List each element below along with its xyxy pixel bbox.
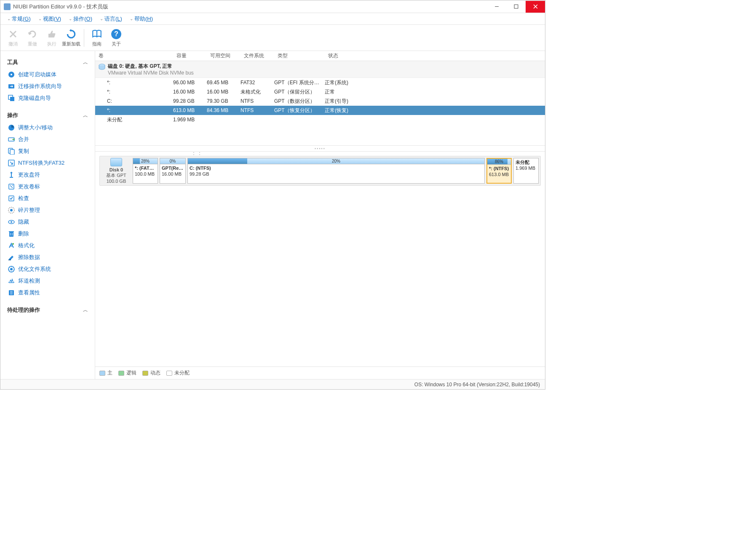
legend-logical: 逻辑: [118, 369, 136, 377]
volume-row[interactable]: *:16.00 MB16.00 MB未格式化GPT（保留分区）正常: [95, 87, 545, 96]
sidebar-header-ops[interactable]: 操作︿: [7, 109, 88, 122]
svg-point-21: [10, 209, 13, 211]
sidebar-item-format[interactable]: 格式化: [7, 240, 88, 251]
sidebar-item-convert[interactable]: NTFS转换为FAT32: [7, 157, 88, 169]
partition-box[interactable]: 0%GPT(Re…16.00 MB: [160, 158, 186, 184]
minimize-button[interactable]: [487, 1, 506, 13]
sidebar-item-letter[interactable]: 更改盘符: [7, 169, 88, 181]
usage-bar: 20%: [188, 158, 484, 164]
chevron-down-icon: ⌄: [130, 16, 133, 21]
props-icon: [8, 289, 15, 296]
sidebar-item-merge[interactable]: 合并: [7, 134, 88, 145]
volume-columns: 卷 容量 可用空间 文件系统 类型 状态: [95, 51, 545, 61]
sidebar-header-tools[interactable]: 工具︿: [7, 56, 88, 69]
titlebar: NIUBI Partition Editor v9.9.0 - 技术员版: [0, 0, 545, 13]
label-icon: [8, 183, 15, 190]
disk-group-header[interactable]: 磁盘 0: 硬盘, 基本 GPT, 正常 VMware Virtual NVMe…: [95, 61, 545, 78]
svg-point-8: [11, 74, 12, 75]
sidebar-item-clone[interactable]: 克隆磁盘向导: [7, 92, 88, 104]
sidebar-item-defrag[interactable]: 碎片整理: [7, 204, 88, 216]
chevron-up-icon: ︿: [83, 112, 88, 119]
apply-button[interactable]: 执行: [43, 26, 61, 50]
col-volume[interactable]: 卷: [95, 52, 173, 59]
menu-item-2[interactable]: ⌄操作(O): [66, 14, 95, 24]
sidebar-item-resize[interactable]: 调整大小/移动: [7, 122, 88, 134]
clone-icon: [8, 95, 15, 102]
chevron-down-icon: ⌄: [100, 16, 103, 21]
legend-primary: 主: [99, 369, 112, 377]
sidebar-item-wipe[interactable]: 擦除数据: [7, 251, 88, 263]
col-capacity[interactable]: 容量: [173, 52, 207, 59]
volume-row[interactable]: C:99.28 GB79.30 GBNTFSGPT（数据分区）正常(引导): [95, 96, 545, 106]
menu-item-3[interactable]: ⌄语言(L): [97, 14, 125, 24]
partition-box[interactable]: 未分配1.969 MB: [513, 158, 539, 184]
reload-button[interactable]: 重新加载: [62, 26, 80, 50]
chevron-up-icon: ︿: [83, 307, 88, 314]
partition-box[interactable]: 86%*: (NTFS)613.0 MB: [486, 158, 512, 184]
disk-subtitle: VMware Virtual NVMe Disk NVMe bus: [108, 70, 194, 76]
menu-item-4[interactable]: ⌄帮助(H): [127, 14, 155, 24]
menu-item-1[interactable]: ⌄视图(V): [36, 14, 64, 24]
merge-icon: [8, 136, 15, 143]
disk-icon: [99, 64, 105, 70]
chevron-down-icon: ⌄: [7, 16, 11, 21]
col-status[interactable]: 状态: [325, 52, 545, 59]
col-type[interactable]: 类型: [274, 52, 325, 59]
sidebar-item-check[interactable]: 检查: [7, 192, 88, 204]
partition-box[interactable]: 20%C: (NTFS)99.28 GB: [187, 158, 485, 184]
chevron-down-icon: ⌄: [38, 16, 42, 21]
guide-button[interactable]: 指南: [88, 26, 106, 50]
usage-bar: 86%: [487, 159, 511, 165]
legend-unalloc: 未分配: [166, 369, 190, 377]
col-filesystem[interactable]: 文件系统: [240, 52, 274, 59]
letter-icon: [8, 171, 15, 178]
sidebar: 工具︿ 创建可启动媒体迁移操作系统向导克隆磁盘向导 操作︿ 调整大小/移动合并复…: [0, 51, 95, 379]
sidebar-item-hide[interactable]: 隐藏: [7, 216, 88, 228]
toolbar-separator: [84, 29, 84, 47]
pane-grip-icon[interactable]: ⋮⋮: [191, 152, 203, 156]
sidebar-item-migrate[interactable]: 迁移操作系统向导: [7, 80, 88, 92]
redo-button[interactable]: 重做: [23, 26, 42, 50]
maximize-button[interactable]: [506, 1, 526, 13]
undo-button[interactable]: 撤消: [4, 26, 22, 50]
copy-icon: [8, 148, 15, 155]
convert-icon: [8, 160, 15, 166]
disk-box[interactable]: Disk 0 基本 GPT 100.0 GB: [102, 158, 131, 184]
window-title: NIUBI Partition Editor v9.9.0 - 技术员版: [13, 3, 487, 11]
hide-icon: [8, 219, 15, 225]
disk-box-name: Disk 0: [110, 167, 123, 172]
svg-rect-29: [8, 259, 11, 260]
menu-item-0[interactable]: ⌄常规(G): [5, 14, 33, 24]
volume-row[interactable]: 未分配1.969 MB: [95, 115, 545, 124]
svg-rect-24: [9, 232, 13, 237]
volume-row[interactable]: *:613.0 MB84.36 MBNTFSGPT（恢复分区）正常(恢复): [95, 106, 545, 115]
sidebar-item-surface[interactable]: 坏道检测: [7, 275, 88, 287]
question-icon: ?: [110, 28, 122, 40]
delete-icon: [8, 230, 15, 237]
sidebar-header-pending[interactable]: 待处理的操作︿: [7, 304, 88, 316]
disk-title: 磁盘 0: 硬盘, 基本 GPT, 正常: [108, 63, 194, 70]
sidebar-item-optfs[interactable]: 优化文件系统: [7, 263, 88, 275]
refresh-icon: [65, 28, 77, 40]
sidebar-item-copy[interactable]: 复制: [7, 145, 88, 157]
col-free[interactable]: 可用空间: [207, 52, 240, 59]
legend-dynamic: 动态: [142, 369, 160, 377]
close-button[interactable]: [526, 1, 545, 13]
legend: 主 逻辑 动态 未分配: [95, 366, 545, 379]
splitter-handle[interactable]: •••••: [95, 146, 545, 152]
about-button[interactable]: ?关于: [107, 26, 126, 50]
thumbs-up-icon: [46, 28, 58, 40]
usage-bar: 0%: [160, 158, 185, 164]
partition-box[interactable]: 28%*: (FAT…100.0 MB: [133, 158, 158, 184]
sidebar-item-delete[interactable]: 删除: [7, 228, 88, 240]
check-icon: [8, 195, 15, 202]
redo-icon: [27, 28, 38, 40]
svg-rect-25: [9, 231, 14, 232]
diskmap: Disk 0 基本 GPT 100.0 GB 28%*: (FAT…100.0 …: [99, 156, 541, 186]
book-icon: [91, 28, 103, 40]
wipe-icon: [8, 254, 15, 261]
sidebar-item-props[interactable]: 查看属性: [7, 287, 88, 299]
sidebar-item-label[interactable]: 更改卷标: [7, 181, 88, 192]
volume-row[interactable]: *:96.00 MB69.45 MBFAT32GPT（EFI 系统分…正常(系统…: [95, 78, 545, 87]
sidebar-item-disc[interactable]: 创建可启动媒体: [7, 69, 88, 80]
